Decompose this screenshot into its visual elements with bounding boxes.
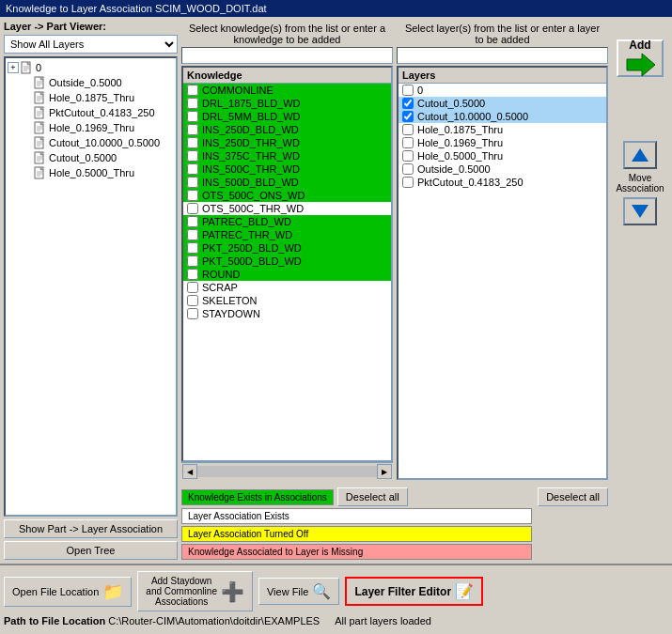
knowledge-scroll-right[interactable]: ▶ <box>377 464 392 479</box>
layers-list[interactable]: Layers 0Cutout_0.5000Cutout_10.0000_0.50… <box>397 66 608 480</box>
view-file-label: View File <box>267 586 308 597</box>
knowledge-scroll-left[interactable]: ◀ <box>182 464 197 479</box>
tree-item-label: Outside_0.5000 <box>49 77 122 88</box>
layers-list-item[interactable]: Cutout_0.5000 <box>399 97 606 110</box>
knowledge-checkbox[interactable] <box>187 242 198 254</box>
knowledge-checkbox[interactable] <box>187 111 198 122</box>
knowledge-list-item[interactable]: INS_500D_BLD_WD <box>183 176 391 189</box>
expand-icon[interactable]: + <box>8 62 19 73</box>
knowledge-scrollbar[interactable]: ◀ ▶ <box>181 462 393 480</box>
knowledge-list[interactable]: Knowledge COMMONLINEDRL_1875_BLD_WDDRL_5… <box>181 66 393 462</box>
layers-list-item[interactable]: 0 <box>399 84 606 97</box>
knowledge-checkbox[interactable] <box>187 150 198 162</box>
tree-item[interactable]: Hole_0.5000_Thru <box>8 165 174 180</box>
knowledge-input[interactable] <box>181 47 393 64</box>
show-part-layer-btn[interactable]: Show Part -> Layer Association <box>4 519 178 538</box>
view-file-btn[interactable]: View File 🔍 <box>258 578 339 605</box>
knowledge-checkbox[interactable] <box>187 190 198 201</box>
layers-list-item[interactable]: Hole_0.5000_Thru <box>399 149 606 162</box>
knowledge-checkbox[interactable] <box>187 308 198 319</box>
open-file-location-btn[interactable]: Open File Location 📁 <box>4 577 132 607</box>
knowledge-checkbox[interactable] <box>187 203 198 214</box>
layers-list-item[interactable]: Hole_0.1875_Thru <box>399 123 606 136</box>
layers-checkbox[interactable] <box>402 111 414 122</box>
knowledge-list-item[interactable]: PKT_500D_BLD_WD <box>183 255 391 268</box>
move-up-btn[interactable] <box>623 141 657 169</box>
knowledge-checkbox[interactable] <box>187 269 198 280</box>
knowledge-deselect-btn[interactable]: Deselect all <box>337 487 408 506</box>
layers-checkbox[interactable] <box>402 150 414 162</box>
knowledge-list-item[interactable]: ROUND <box>183 268 391 281</box>
layers-checkbox[interactable] <box>402 137 414 148</box>
layers-checkbox[interactable] <box>402 163 414 175</box>
tree-item[interactable]: Hole_0.1875_Thru <box>8 90 174 105</box>
knowledge-list-item[interactable]: SCRAP <box>183 281 391 294</box>
knowledge-checkbox[interactable] <box>187 295 198 306</box>
knowledge-list-item[interactable]: INS_250D_BLD_WD <box>183 123 391 136</box>
filter-icon: 📝 <box>455 582 474 600</box>
knowledge-list-item[interactable]: DRL_1875_BLD_WD <box>183 97 391 110</box>
knowledge-checkbox[interactable] <box>187 177 198 188</box>
layer-filter-editor-btn[interactable]: Layer Filter Editor 📝 <box>345 577 483 606</box>
knowledge-list-item[interactable]: SKELETON <box>183 294 391 307</box>
tree-item[interactable]: Cutout_10.0000_0.5000 <box>8 135 174 150</box>
layers-list-item[interactable]: Outside_0.5000 <box>399 162 606 176</box>
tree-item-label: PktCutout_0.4183_250 <box>49 107 155 118</box>
tree-item[interactable]: PktCutout_0.4183_250 <box>8 105 174 120</box>
tree-item-label: 0 <box>36 62 41 73</box>
knowledge-list-item[interactable]: INS_500C_THR_WD <box>183 162 391 176</box>
tree-item[interactable]: + 0 <box>8 60 174 75</box>
knowledge-checkbox[interactable] <box>187 229 198 240</box>
layers-list-item[interactable]: Hole_0.1969_Thru <box>399 136 606 149</box>
knowledge-list-item[interactable]: OTS_500C_ONS_WD <box>183 189 391 202</box>
knowledge-list-item[interactable]: OTS_500C_THR_WD <box>183 202 391 215</box>
layers-item-label: Hole_0.5000_Thru <box>417 150 503 162</box>
knowledge-checkbox[interactable] <box>187 216 198 227</box>
open-tree-btn[interactable]: Open Tree <box>4 541 178 560</box>
path-label: Path to File Location C:\Router-CIM\Auto… <box>4 615 320 626</box>
layers-checkbox[interactable] <box>402 85 414 96</box>
knowledge-list-item[interactable]: PATREC_THR_WD <box>183 228 391 241</box>
tree-item[interactable]: Hole_0.1969_Thru <box>8 120 174 135</box>
layers-list-item[interactable]: Cutout_10.0000_0.5000 <box>399 110 606 123</box>
layers-list-item[interactable]: PktCutout_0.4183_250 <box>399 176 606 189</box>
knowledge-list-item[interactable]: COMMONLINE <box>183 84 391 97</box>
knowledge-item-label: OTS_500C_ONS_WD <box>202 190 305 201</box>
knowledge-checkbox[interactable] <box>187 163 198 175</box>
layers-input[interactable] <box>397 47 608 64</box>
knowledge-header: Select knowledge(s) from the list or ent… <box>181 21 393 47</box>
layers-checkbox[interactable] <box>402 98 414 109</box>
tree-item[interactable]: Outside_0.5000 <box>8 75 174 90</box>
knowledge-list-item[interactable]: INS_250D_THR_WD <box>183 136 391 149</box>
show-all-layers-dropdown[interactable]: Show All Layers <box>4 35 178 54</box>
tree-item-label: Cutout_0.5000 <box>49 152 117 163</box>
knowledge-checkbox[interactable] <box>187 282 198 293</box>
knowledge-checkbox[interactable] <box>187 124 198 135</box>
layers-checkbox[interactable] <box>402 177 414 188</box>
add-button[interactable]: Add <box>617 39 664 77</box>
title-text: Knowledge to Layer Association SCIM_WOOD… <box>6 3 267 14</box>
knowledge-checkbox[interactable] <box>187 85 198 96</box>
knowledge-checkbox[interactable] <box>187 137 198 148</box>
knowledge-list-item[interactable]: INS_375C_THR_WD <box>183 149 391 162</box>
knowledge-list-item[interactable]: PKT_250D_BLD_WD <box>183 241 391 255</box>
knowledge-checkbox[interactable] <box>187 255 198 267</box>
layer-tree[interactable]: + 0 Outside_0.5000 Hole_0.1875_Thru PktC… <box>4 56 178 517</box>
knowledge-item-label: DRL_5MM_BLD_WD <box>202 111 301 122</box>
knowledge-checkbox[interactable] <box>187 98 198 109</box>
knowledge-list-item[interactable]: STAYDOWN <box>183 307 391 320</box>
add-staydown-btn[interactable]: Add Staydown and Commonline Associations… <box>137 571 253 611</box>
layers-panel: Select layer(s) from the list or enter a… <box>397 21 608 480</box>
layers-deselect-btn[interactable]: Deselect all <box>538 487 608 506</box>
layer-doc-icon <box>34 151 47 164</box>
tree-item[interactable]: Cutout_0.5000 <box>8 150 174 165</box>
layers-checkbox[interactable] <box>402 124 414 135</box>
legend-layer-exists: Layer Association Exists <box>181 508 532 524</box>
left-panel: Layer -> Part Viewer: Show All Layers + … <box>4 21 178 560</box>
move-down-btn[interactable] <box>623 197 657 225</box>
layers-item-label: PktCutout_0.4183_250 <box>417 177 524 188</box>
tree-item-label: Hole_0.1969_Thru <box>49 122 134 133</box>
knowledge-list-item[interactable]: PATREC_BLD_WD <box>183 215 391 228</box>
knowledge-item-label: PKT_250D_BLD_WD <box>202 242 302 254</box>
knowledge-list-item[interactable]: DRL_5MM_BLD_WD <box>183 110 391 123</box>
